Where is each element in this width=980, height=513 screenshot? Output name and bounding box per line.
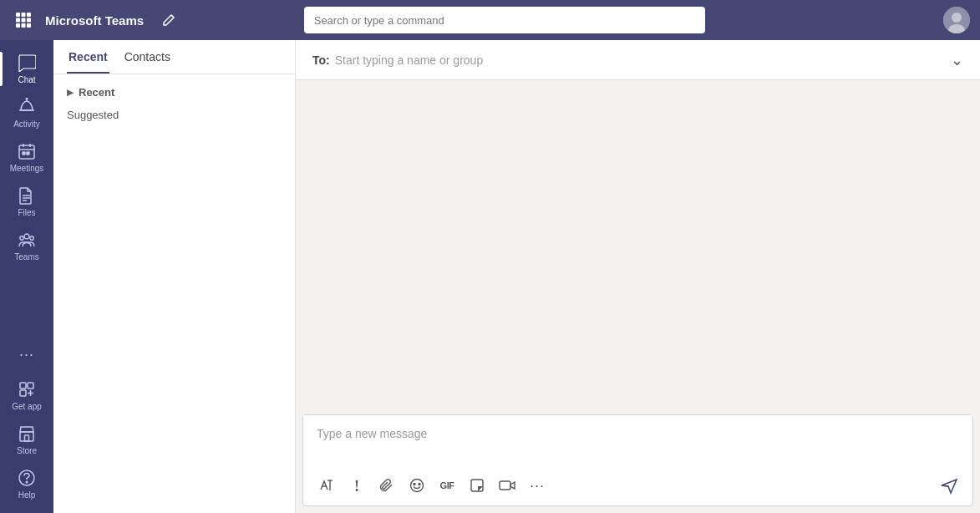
svg-rect-28 — [28, 383, 33, 389]
video-button[interactable] — [494, 472, 520, 499]
sidebar-item-getapp[interactable]: Get app — [0, 373, 53, 418]
svg-rect-44 — [500, 481, 510, 490]
svg-rect-0 — [16, 13, 20, 17]
svg-rect-43 — [471, 480, 483, 491]
tab-contacts[interactable]: Contacts — [123, 40, 172, 74]
svg-rect-27 — [20, 383, 26, 389]
help-icon — [18, 469, 36, 490]
sidebar-item-activity[interactable]: Activity — [0, 91, 53, 135]
content-area: To: Start typing a name or group ⌄ — [296, 40, 980, 513]
svg-rect-8 — [27, 23, 31, 28]
svg-point-25 — [20, 236, 23, 240]
sidebar-chat-label: Chat — [18, 76, 35, 84]
svg-rect-7 — [22, 23, 26, 28]
search-input[interactable] — [304, 7, 705, 33]
sidebar-activity-label: Activity — [13, 120, 40, 129]
gif-button[interactable]: GIF — [434, 472, 460, 499]
tab-recent[interactable]: Recent — [67, 40, 109, 74]
sidebar-teams-label: Teams — [14, 253, 38, 262]
waffle-icon[interactable] — [10, 7, 37, 33]
store-icon — [18, 424, 36, 445]
svg-point-35 — [26, 481, 28, 483]
compose-icon[interactable] — [157, 8, 180, 32]
compose-box: ! GIF — [302, 414, 973, 506]
main-layout: Chat Activity — [0, 40, 980, 513]
to-bar: To: Start typing a name or group ⌄ — [296, 40, 980, 80]
urgent-button[interactable]: ! — [343, 472, 370, 499]
send-button[interactable] — [936, 472, 962, 499]
svg-point-10 — [952, 13, 962, 23]
left-panel-body: ▶ Recent Suggested — [53, 74, 295, 513]
chevron-right-icon: ▶ — [67, 88, 74, 97]
sidebar-item-files[interactable]: Files — [0, 180, 53, 224]
avatar[interactable] — [943, 7, 970, 33]
svg-rect-29 — [20, 390, 26, 396]
teams-icon — [18, 231, 36, 251]
activity-icon — [18, 98, 36, 119]
sidebar-meetings-label: Meetings — [10, 165, 44, 173]
svg-text:!: ! — [354, 478, 359, 493]
suggested-section[interactable]: Suggested — [53, 104, 295, 126]
meetings-icon — [18, 142, 36, 163]
svg-rect-6 — [16, 23, 20, 28]
sidebar-item-chat[interactable]: Chat — [0, 47, 53, 91]
sticker-button[interactable] — [464, 472, 490, 499]
svg-rect-2 — [27, 13, 31, 17]
sidebar-item-meetings[interactable]: Meetings — [0, 135, 53, 180]
svg-rect-1 — [22, 13, 26, 17]
svg-line-45 — [942, 485, 948, 486]
message-input[interactable] — [303, 415, 972, 465]
chat-icon — [18, 53, 36, 74]
expand-recipients-icon[interactable]: ⌄ — [951, 51, 963, 69]
recent-section-header[interactable]: ▶ Recent — [53, 81, 295, 104]
sidebar-item-store[interactable]: Store — [0, 418, 53, 462]
sidebar-help-label: Help — [18, 491, 36, 500]
sidebar-store-label: Store — [17, 447, 37, 455]
svg-point-26 — [30, 236, 33, 240]
svg-point-42 — [419, 484, 420, 485]
tabs: Recent Contacts — [53, 40, 295, 74]
svg-rect-33 — [25, 435, 29, 441]
sidebar: Chat Activity — [0, 40, 53, 513]
sidebar-more-button[interactable]: ··· — [19, 336, 34, 373]
svg-point-41 — [414, 484, 415, 485]
to-label: To: — [312, 53, 330, 67]
files-icon — [18, 186, 36, 207]
topbar: Microsoft Teams — [0, 0, 980, 40]
message-area — [296, 80, 980, 408]
svg-rect-19 — [23, 152, 25, 155]
svg-point-14 — [26, 98, 28, 99]
sidebar-item-help[interactable]: Help — [0, 462, 53, 506]
svg-rect-20 — [27, 152, 29, 155]
to-input[interactable]: Start typing a name or group — [335, 53, 483, 67]
svg-rect-4 — [22, 18, 26, 23]
sidebar-files-label: Files — [18, 209, 35, 217]
more-options-button[interactable]: ··· — [524, 472, 551, 499]
svg-rect-5 — [27, 18, 31, 23]
svg-point-40 — [411, 480, 424, 492]
sidebar-item-teams[interactable]: Teams — [0, 224, 53, 268]
format-button[interactable] — [313, 472, 340, 499]
svg-rect-3 — [16, 18, 20, 23]
compose-toolbar: ! GIF — [303, 469, 972, 505]
getapp-icon — [18, 380, 36, 401]
left-panel: Recent Contacts ▶ Recent Suggested — [53, 40, 296, 513]
attach-button[interactable] — [373, 472, 400, 499]
sidebar-getapp-label: Get app — [12, 403, 42, 411]
app-title: Microsoft Teams — [45, 13, 144, 28]
recent-section-label: Recent — [79, 86, 114, 99]
emoji-button[interactable] — [404, 472, 430, 499]
search-bar[interactable] — [304, 7, 705, 33]
svg-point-24 — [24, 234, 29, 239]
